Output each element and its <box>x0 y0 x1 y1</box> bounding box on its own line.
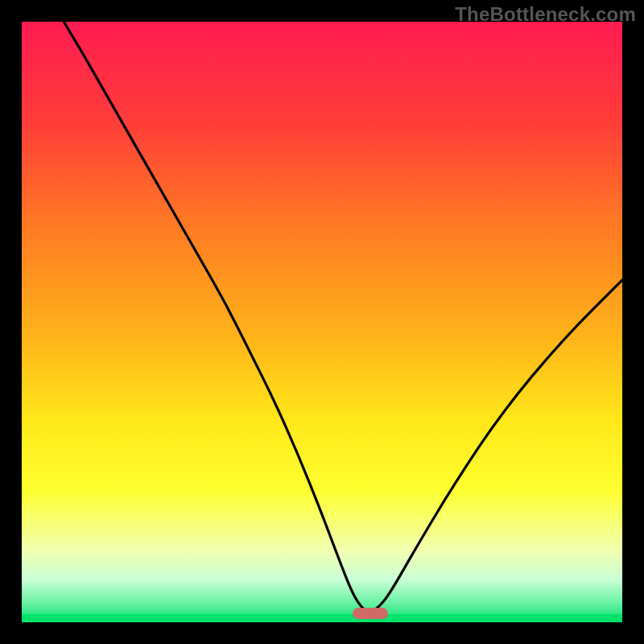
optimal-marker <box>353 608 388 619</box>
watermark-text: TheBottleneck.com <box>455 3 636 26</box>
chart-frame: TheBottleneck.com <box>0 0 644 644</box>
bottleneck-curve <box>22 22 622 622</box>
plot-area <box>22 22 622 622</box>
